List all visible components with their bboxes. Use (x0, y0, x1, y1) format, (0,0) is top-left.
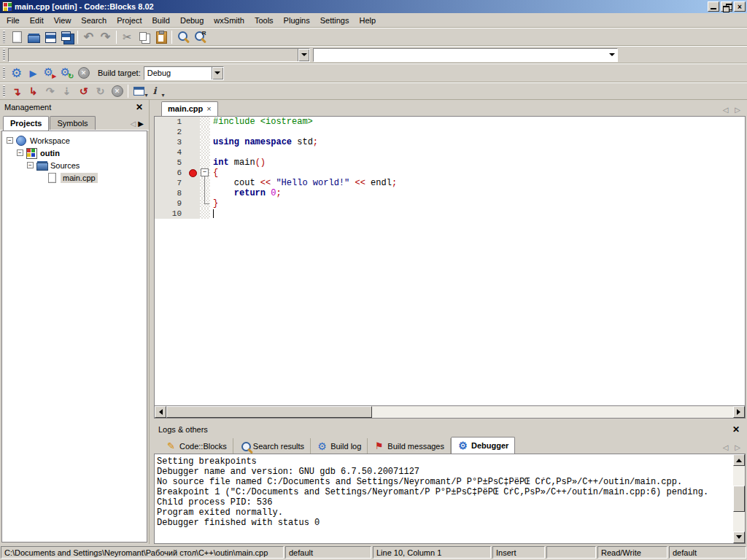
open-file-button[interactable] (25, 29, 42, 45)
scrollbar-track[interactable] (372, 406, 733, 418)
tab-build-messages[interactable]: Build messages (368, 438, 451, 454)
tree-item-main-cpp[interactable]: main.cpp (2, 171, 147, 184)
find-button[interactable] (174, 29, 191, 45)
line-number[interactable]: 7 (155, 178, 187, 188)
collapse-icon[interactable]: − (27, 162, 34, 168)
next-instruction-button[interactable] (75, 83, 92, 99)
chevron-down-icon[interactable] (607, 50, 617, 59)
scroll-right-icon[interactable] (733, 406, 745, 418)
tab-scroll-arrows[interactable]: ◁ ▷ (723, 106, 746, 116)
menu-settings[interactable]: Settings (315, 15, 355, 26)
menu-build[interactable]: Build (147, 15, 174, 26)
tree-item-workspace[interactable]: −Workspace (2, 134, 147, 147)
menu-search[interactable]: Search (76, 15, 112, 26)
save-file-button[interactable] (42, 29, 58, 45)
breakpoint-marker[interactable] (187, 168, 200, 178)
menu-debug[interactable]: Debug (175, 15, 209, 26)
run-to-cursor-button[interactable] (25, 83, 42, 99)
menu-view[interactable]: View (49, 15, 77, 26)
build-target-combobox[interactable]: Debug (144, 66, 224, 80)
paste-button[interactable] (152, 29, 169, 45)
code-editor[interactable]: 1#include <iostream>23using namespace st… (155, 117, 745, 405)
breakpoint-margin[interactable] (187, 198, 200, 209)
breakpoint-margin[interactable] (187, 147, 200, 158)
run-button[interactable] (25, 65, 42, 81)
tab-scroll-arrows[interactable]: ◁ ▷ (723, 443, 746, 454)
tab-debugger[interactable]: Debugger (451, 437, 515, 454)
scrollbar-thumb[interactable] (733, 486, 745, 512)
tab-scroll-arrows[interactable]: ◁▶ (131, 120, 149, 130)
stop-debugger-button[interactable] (109, 83, 125, 99)
line-number[interactable]: 1 (155, 117, 187, 127)
line-number[interactable]: 5 (155, 158, 187, 168)
scroll-down-icon[interactable] (733, 532, 745, 543)
redo-button[interactable] (97, 29, 114, 45)
close-icon[interactable]: ✕ (731, 424, 741, 435)
rebuild-button[interactable] (58, 65, 75, 81)
breakpoint-margin[interactable] (187, 117, 200, 127)
menu-project[interactable]: Project (112, 15, 147, 26)
tab-symbols[interactable]: Symbols (50, 116, 95, 130)
toolbar-grip[interactable] (3, 67, 5, 79)
scroll-left-icon[interactable] (155, 406, 166, 418)
next-line-button[interactable] (42, 83, 58, 99)
function-combobox[interactable] (313, 48, 618, 62)
menu-tools[interactable]: Tools (249, 15, 279, 26)
fold-collapse-icon[interactable] (200, 168, 210, 178)
line-number[interactable]: 9 (155, 198, 187, 209)
tree-item-sources[interactable]: −Sources (2, 159, 147, 171)
toolbar-grip[interactable] (3, 85, 5, 96)
tree-item-outin[interactable]: −outin (2, 147, 147, 159)
tab-search-results[interactable]: Search results (233, 438, 311, 454)
cut-button[interactable] (119, 29, 136, 45)
close-button[interactable]: × (734, 1, 746, 12)
line-number[interactable]: 10 (155, 209, 187, 219)
chevron-down-icon[interactable] (298, 49, 309, 61)
logs-vertical-scrollbar[interactable] (733, 454, 745, 543)
undo-button[interactable] (80, 29, 97, 45)
menu-help[interactable]: Help (354, 15, 381, 26)
tab-projects[interactable]: Projects (3, 116, 49, 131)
restore-button[interactable] (721, 1, 732, 12)
new-file-button[interactable] (8, 29, 25, 45)
various-info-button[interactable] (147, 83, 164, 99)
abort-button[interactable] (75, 65, 92, 81)
line-number[interactable]: 3 (155, 137, 187, 147)
step-into-button[interactable] (58, 83, 75, 99)
line-number[interactable]: 4 (155, 147, 187, 158)
menu-edit[interactable]: Edit (25, 15, 49, 26)
editor-horizontal-scrollbar[interactable] (154, 406, 746, 419)
toolbar-grip[interactable] (3, 31, 5, 42)
breakpoint-margin[interactable] (187, 188, 200, 198)
copy-button[interactable] (136, 29, 152, 45)
save-all-button[interactable] (58, 29, 75, 45)
debugging-windows-button[interactable] (131, 83, 147, 99)
collapse-icon[interactable]: − (7, 137, 13, 144)
toolbar-grip[interactable] (3, 49, 5, 60)
tab-build-log[interactable]: Build log (311, 438, 368, 454)
collapse-icon[interactable]: − (17, 149, 23, 156)
breakpoint-margin[interactable] (187, 209, 200, 219)
line-number[interactable]: 8 (155, 188, 187, 198)
breakpoint-margin[interactable] (187, 158, 200, 168)
scope-combobox[interactable] (8, 48, 310, 62)
menu-plugins[interactable]: Plugins (279, 15, 315, 26)
tab-code-blocks[interactable]: Code::Blocks (160, 438, 233, 454)
breakpoint-margin[interactable] (187, 127, 200, 137)
scrollbar-thumb[interactable] (166, 406, 372, 418)
step-out-button[interactable] (92, 83, 109, 99)
close-icon[interactable]: ✕ (134, 102, 144, 112)
line-number[interactable]: 2 (155, 127, 187, 137)
minimize-button[interactable] (708, 1, 719, 12)
menu-file[interactable]: File (1, 15, 25, 26)
close-tab-icon[interactable]: × (206, 104, 211, 113)
build-and-run-button[interactable] (42, 65, 58, 81)
editor-tab-main.cpp[interactable]: main.cpp× (161, 101, 218, 116)
breakpoint-margin[interactable] (187, 137, 200, 147)
compile-button[interactable] (8, 65, 25, 81)
breakpoint-margin[interactable] (187, 178, 200, 188)
menu-wxsmith[interactable]: wxSmith (209, 15, 249, 26)
replace-button[interactable]: R (191, 29, 208, 45)
debug-continue-button[interactable] (8, 83, 25, 99)
scrollbar-track[interactable] (733, 466, 745, 532)
